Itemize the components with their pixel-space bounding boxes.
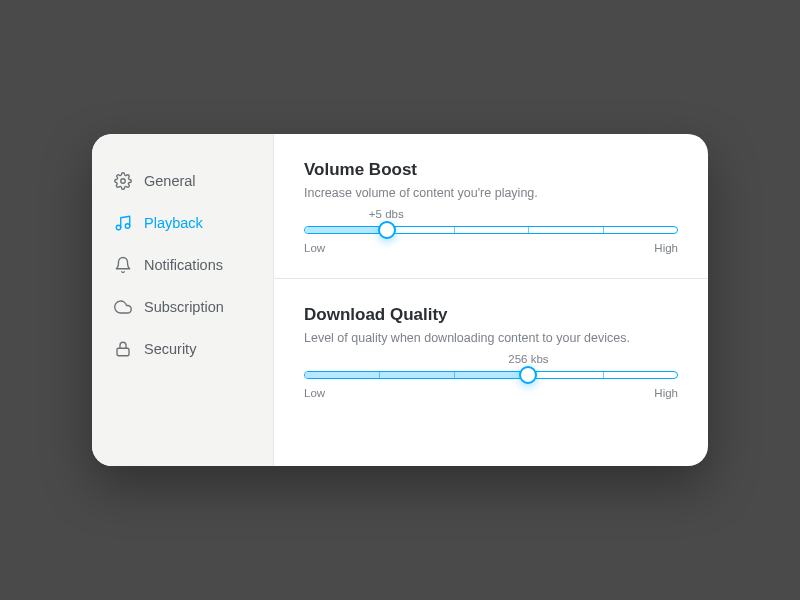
quality-slider[interactable]: 256 kbs Low High bbox=[304, 371, 678, 399]
slider-track bbox=[304, 226, 678, 234]
download-quality-section: Download Quality Level of quality when d… bbox=[274, 278, 708, 423]
sidebar-item-playback[interactable]: Playback bbox=[114, 202, 273, 244]
sidebar-item-label: Subscription bbox=[144, 299, 224, 315]
slider-thumb[interactable] bbox=[519, 366, 537, 384]
sidebar-item-label: Security bbox=[144, 341, 196, 357]
slider-min-label: Low bbox=[304, 242, 325, 254]
slider-tick bbox=[603, 226, 604, 234]
volume-boost-section: Volume Boost Increase volume of content … bbox=[274, 134, 708, 278]
volume-slider[interactable]: +5 dbs Low High bbox=[304, 226, 678, 254]
slider-max-label: High bbox=[654, 387, 678, 399]
sidebar-item-general[interactable]: General bbox=[114, 160, 273, 202]
music-note-icon bbox=[114, 214, 132, 232]
svg-rect-3 bbox=[117, 348, 129, 356]
slider-thumb[interactable] bbox=[378, 221, 396, 239]
section-description: Increase volume of content you're playin… bbox=[304, 186, 678, 200]
slider-fill bbox=[305, 227, 387, 233]
sidebar-item-label: Notifications bbox=[144, 257, 223, 273]
slider-tick bbox=[379, 371, 380, 379]
slider-min-label: Low bbox=[304, 387, 325, 399]
sidebar-item-subscription[interactable]: Subscription bbox=[114, 286, 273, 328]
sidebar-item-label: Playback bbox=[144, 215, 203, 231]
bell-icon bbox=[114, 256, 132, 274]
section-title: Volume Boost bbox=[304, 160, 678, 180]
sidebar-item-label: General bbox=[144, 173, 196, 189]
slider-track bbox=[304, 371, 678, 379]
cloud-icon bbox=[114, 298, 132, 316]
slider-value-label: +5 dbs bbox=[369, 208, 404, 220]
lock-icon bbox=[114, 340, 132, 358]
svg-point-1 bbox=[116, 225, 121, 230]
slider-tick bbox=[454, 371, 455, 379]
sidebar-item-notifications[interactable]: Notifications bbox=[114, 244, 273, 286]
sidebar-item-security[interactable]: Security bbox=[114, 328, 273, 370]
slider-tick bbox=[454, 226, 455, 234]
slider-fill bbox=[305, 372, 528, 378]
settings-card: General Playback Notifications Subscript… bbox=[92, 134, 708, 466]
main-panel: Volume Boost Increase volume of content … bbox=[274, 134, 708, 466]
slider-range-labels: Low High bbox=[304, 387, 678, 399]
slider-max-label: High bbox=[654, 242, 678, 254]
section-description: Level of quality when downloading conten… bbox=[304, 331, 678, 345]
section-title: Download Quality bbox=[304, 305, 678, 325]
svg-point-0 bbox=[121, 179, 126, 184]
sidebar: General Playback Notifications Subscript… bbox=[92, 134, 274, 466]
gear-icon bbox=[114, 172, 132, 190]
slider-tick bbox=[528, 226, 529, 234]
slider-tick bbox=[603, 371, 604, 379]
slider-range-labels: Low High bbox=[304, 242, 678, 254]
slider-value-label: 256 kbs bbox=[508, 353, 548, 365]
